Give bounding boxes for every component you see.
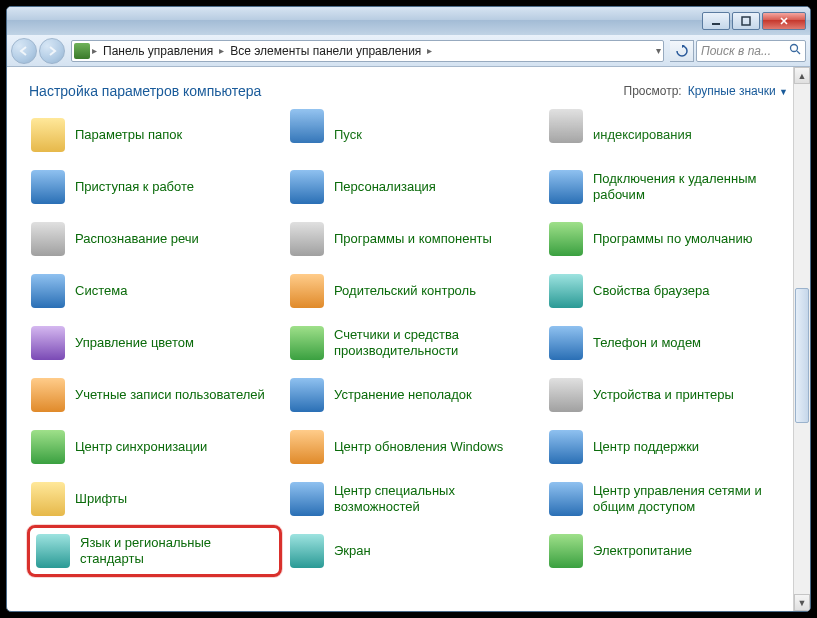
nav-bar: ▸ Панель управления ▸ Все элементы панел… [7, 35, 810, 67]
item-label: Учетные записи пользователей [75, 387, 265, 403]
item-label: Параметры папок [75, 127, 182, 143]
indexing-icon [549, 109, 583, 143]
control-panel-item[interactable]: Экран [286, 525, 541, 577]
control-panel-item[interactable]: Центр поддержки [545, 421, 800, 473]
color-mgmt-icon [31, 326, 65, 360]
item-label: Центр синхронизации [75, 439, 207, 455]
control-panel-item[interactable]: Свойства браузера [545, 265, 800, 317]
control-panel-item[interactable]: Центр синхронизации [27, 421, 282, 473]
item-label: Свойства браузера [593, 283, 709, 299]
item-label: Распознавание речи [75, 231, 199, 247]
control-panel-item[interactable]: Приступая к работе [27, 161, 282, 213]
scroll-down-button[interactable]: ▼ [794, 594, 810, 611]
control-panel-item[interactable]: Программы и компоненты [286, 213, 541, 265]
chevron-right-icon: ▸ [427, 45, 432, 56]
control-panel-item[interactable]: Шрифты [27, 473, 282, 525]
search-input[interactable]: Поиск в па... [696, 40, 806, 62]
maximize-button[interactable] [732, 12, 760, 30]
control-panel-icon [74, 43, 90, 59]
control-panel-item[interactable]: Система [27, 265, 282, 317]
devices-printers-icon [549, 378, 583, 412]
scroll-up-button[interactable]: ▲ [794, 67, 810, 84]
view-by: Просмотр: Крупные значки ▼ [624, 84, 788, 98]
scroll-track[interactable] [794, 84, 810, 594]
item-label: индексирования [593, 127, 692, 143]
control-panel-item[interactable]: Язык и региональные стандарты [27, 525, 282, 577]
viewby-label: Просмотр: [624, 84, 682, 98]
chevron-down-icon[interactable]: ▾ [656, 45, 661, 56]
control-panel-item[interactable]: Родительский контроль [286, 265, 541, 317]
item-label: Язык и региональные стандарты [80, 535, 273, 568]
minimize-icon [711, 16, 721, 26]
windows-update-icon [290, 430, 324, 464]
item-label: Экран [334, 543, 371, 559]
control-panel-window: ▸ Панель управления ▸ Все элементы панел… [6, 6, 811, 612]
internet-options-icon [549, 274, 583, 308]
content-header: Настройка параметров компьютера Просмотр… [7, 67, 810, 105]
item-label: Устройства и принтеры [593, 387, 734, 403]
items-grid: Параметры папокПускиндексированияПриступ… [7, 105, 810, 611]
arrow-left-icon [18, 45, 30, 57]
forward-button[interactable] [39, 38, 65, 64]
viewby-dropdown[interactable]: Крупные значки ▼ [688, 84, 788, 98]
control-panel-item[interactable]: Учетные записи пользователей [27, 369, 282, 421]
power-options-icon [549, 534, 583, 568]
control-panel-item[interactable]: Телефон и модем [545, 317, 800, 369]
item-label: Центр обновления Windows [334, 439, 503, 455]
item-label: Программы и компоненты [334, 231, 492, 247]
minimize-button[interactable] [702, 12, 730, 30]
programs-icon [290, 222, 324, 256]
svg-rect-1 [742, 17, 750, 25]
control-panel-item[interactable]: Центр обновления Windows [286, 421, 541, 473]
network-sharing-icon [549, 482, 583, 516]
item-label: Родительский контроль [334, 283, 476, 299]
control-panel-item[interactable]: Счетчики и средства производительности [286, 317, 541, 369]
item-label: Система [75, 283, 127, 299]
item-label: Центр поддержки [593, 439, 699, 455]
default-programs-icon [549, 222, 583, 256]
title-bar [7, 7, 810, 35]
control-panel-item[interactable]: Подключения к удаленным рабочим [545, 161, 800, 213]
scrollbar[interactable]: ▲ ▼ [793, 67, 810, 611]
ease-of-access-icon [290, 482, 324, 516]
refresh-button[interactable] [670, 40, 694, 62]
close-icon [779, 16, 789, 26]
system-icon [31, 274, 65, 308]
item-label: Устранение неполадок [334, 387, 472, 403]
arrow-right-icon [46, 45, 58, 57]
troubleshoot-icon [290, 378, 324, 412]
control-panel-item[interactable]: Программы по умолчанию [545, 213, 800, 265]
scroll-thumb[interactable] [795, 288, 809, 423]
parental-icon [290, 274, 324, 308]
folder-options-icon [31, 118, 65, 152]
display-icon [290, 534, 324, 568]
control-panel-item[interactable]: Электропитание [545, 525, 800, 577]
svg-line-5 [797, 51, 800, 54]
control-panel-item[interactable]: Устранение неполадок [286, 369, 541, 421]
control-panel-item[interactable]: Пуск [286, 109, 541, 161]
breadcrumb-root[interactable]: Панель управления [97, 44, 219, 58]
maximize-icon [741, 16, 751, 26]
breadcrumb-sub[interactable]: Все элементы панели управления [224, 44, 427, 58]
control-panel-item[interactable]: Центр управления сетями и общим доступом [545, 473, 800, 525]
address-bar[interactable]: ▸ Панель управления ▸ Все элементы панел… [71, 40, 664, 62]
chevron-down-icon: ▼ [779, 87, 788, 97]
item-label: Управление цветом [75, 335, 194, 351]
control-panel-item[interactable]: Персонализация [286, 161, 541, 213]
control-panel-item[interactable]: Центр специальных возможностей [286, 473, 541, 525]
action-center-icon [549, 430, 583, 464]
control-panel-item[interactable]: Управление цветом [27, 317, 282, 369]
item-label: Телефон и модем [593, 335, 701, 351]
control-panel-item[interactable]: индексирования [545, 109, 800, 161]
item-label: Приступая к работе [75, 179, 194, 195]
search-placeholder: Поиск в па... [701, 44, 771, 58]
page-title: Настройка параметров компьютера [29, 83, 261, 99]
control-panel-item[interactable]: Параметры папок [27, 109, 282, 161]
svg-point-4 [791, 45, 798, 52]
control-panel-item[interactable]: Устройства и принтеры [545, 369, 800, 421]
back-button[interactable] [11, 38, 37, 64]
control-panel-item[interactable]: Распознавание речи [27, 213, 282, 265]
item-label: Шрифты [75, 491, 127, 507]
item-label: Подключения к удаленным рабочим [593, 171, 796, 204]
close-button[interactable] [762, 12, 806, 30]
